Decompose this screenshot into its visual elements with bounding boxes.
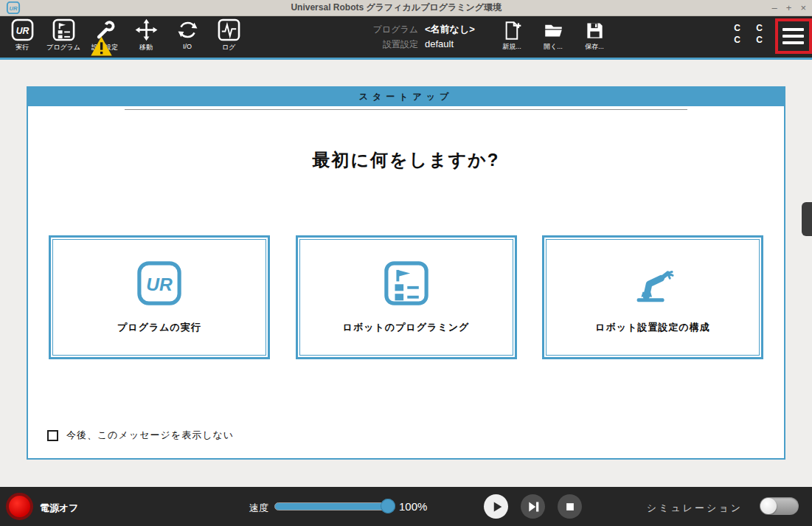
- main-nav: UR 実行 プログラム: [1, 18, 249, 52]
- program-label: プログラム: [371, 24, 418, 36]
- status-characters: C C C C: [734, 22, 769, 46]
- simulation-toggle[interactable]: [760, 497, 799, 515]
- top-toolbar: UR 実行 プログラム: [0, 16, 812, 58]
- move-arrows-icon: [135, 18, 158, 41]
- program-name-value: <名前なし>: [425, 23, 475, 36]
- file-actions: 新規... 開く... 保存...: [491, 21, 615, 52]
- app-window: UR Universal Robots グラフィカルプログラミング環境 – + …: [0, 0, 812, 526]
- nav-tab-program[interactable]: プログラム: [43, 18, 84, 52]
- program-info: プログラム <名前なし> 設置設定 default: [371, 23, 475, 51]
- nav-tab-log[interactable]: ログ: [208, 18, 249, 52]
- ur-logo-icon: UR: [11, 18, 34, 41]
- simulation-toggle-knob: [760, 498, 777, 514]
- svg-text:UR: UR: [146, 274, 173, 294]
- save-program-button[interactable]: 保存...: [574, 21, 615, 52]
- power-status-label: 電源オフ: [40, 502, 79, 515]
- nav-tab-installation[interactable]: 設置設定: [84, 18, 125, 52]
- minimize-button[interactable]: –: [772, 3, 777, 13]
- open-folder-icon: [544, 21, 563, 41]
- file-action-label: 開く...: [544, 42, 563, 52]
- nav-tab-label: 実行: [15, 43, 29, 52]
- hamburger-bar: [782, 28, 804, 31]
- startup-options: UR プログラムの実行: [28, 235, 784, 359]
- status-row: C C: [734, 22, 769, 34]
- nav-tab-label: ログ: [222, 43, 235, 52]
- dismiss-message-row[interactable]: 今後、このメッセージを表示しない: [47, 429, 234, 442]
- warning-triangle-icon: [90, 35, 113, 58]
- program-tree-icon: [52, 18, 75, 41]
- robot-arm-icon: [630, 260, 676, 306]
- speed-label: 速度: [249, 502, 268, 515]
- step-forward-button[interactable]: [521, 494, 545, 519]
- nav-tab-run[interactable]: UR 実行: [1, 18, 43, 52]
- startup-dialog: スタートアップ 最初に何をしますか? UR プログラムの実行: [27, 86, 785, 460]
- speed-slider[interactable]: [274, 502, 391, 511]
- close-button[interactable]: ×: [800, 3, 806, 13]
- footer-bar: 電源オフ 速度 100% シミュレーション: [0, 487, 812, 526]
- startup-question-heading: 最初に何をしますか?: [28, 148, 784, 172]
- status-row: C C: [734, 34, 769, 46]
- stop-icon: [561, 497, 580, 516]
- svg-text:UR: UR: [15, 26, 29, 36]
- program-tree-icon: [384, 260, 429, 306]
- dismiss-checkbox-label: 今後、このメッセージを表示しない: [66, 429, 234, 442]
- nav-tab-label: I/O: [183, 43, 192, 50]
- simulation-label: シミュレーション: [647, 502, 743, 515]
- nav-tab-io[interactable]: I/O: [167, 18, 208, 52]
- nav-tab-label: 移動: [139, 43, 153, 52]
- header-divider: [125, 109, 688, 110]
- card-label: プログラムの実行: [117, 321, 201, 334]
- window-controls: – + ×: [772, 3, 806, 13]
- new-file-icon: [502, 21, 522, 41]
- nav-tab-move[interactable]: 移動: [125, 18, 167, 52]
- installation-name-value: default: [425, 38, 475, 49]
- maximize-button[interactable]: +: [786, 3, 792, 13]
- card-label: ロボット設置設定の構成: [595, 321, 710, 334]
- card-label: ロボットのプログラミング: [343, 321, 470, 334]
- stop-button[interactable]: [558, 494, 582, 519]
- open-program-button[interactable]: 開く...: [532, 21, 574, 52]
- program-robot-card[interactable]: ロボットのプログラミング: [296, 235, 517, 359]
- play-button[interactable]: [484, 494, 508, 519]
- step-forward-icon: [524, 497, 543, 516]
- ur-logo-icon: UR: [136, 260, 182, 306]
- hamburger-bar: [782, 35, 804, 38]
- svg-text:UR: UR: [9, 5, 18, 12]
- startup-dialog-body: 最初に何をしますか? UR プログラムの実行: [28, 109, 784, 461]
- new-program-button[interactable]: 新規...: [491, 21, 532, 52]
- speed-value: 100%: [399, 500, 427, 513]
- nav-tab-label: プログラム: [46, 43, 80, 52]
- play-icon: [487, 497, 506, 516]
- ur-logo-icon: UR: [6, 1, 21, 14]
- file-action-label: 保存...: [585, 42, 604, 52]
- title-bar: UR Universal Robots グラフィカルプログラミング環境 – + …: [0, 0, 812, 16]
- speed-slider-thumb[interactable]: [381, 499, 395, 513]
- power-button[interactable]: [6, 493, 33, 520]
- configure-installation-card[interactable]: ロボット設置設定の構成: [542, 235, 763, 359]
- window-title: Universal Robots グラフィカルプログラミング環境: [21, 1, 772, 14]
- dismiss-checkbox[interactable]: [47, 430, 58, 441]
- io-cycle-icon: [176, 18, 199, 41]
- file-action-label: 新規...: [502, 42, 521, 52]
- log-waveform-icon: [218, 18, 240, 41]
- side-panel-tab[interactable]: [802, 202, 812, 236]
- content-area: スタートアップ 最初に何をしますか? UR プログラムの実行: [0, 60, 812, 487]
- hamburger-bar: [782, 41, 804, 44]
- save-floppy-icon: [585, 21, 605, 41]
- startup-dialog-title: スタートアップ: [28, 88, 784, 106]
- installation-label: 設置設定: [371, 38, 418, 51]
- hamburger-menu-button[interactable]: [776, 19, 810, 52]
- run-program-card[interactable]: UR プログラムの実行: [49, 235, 270, 359]
